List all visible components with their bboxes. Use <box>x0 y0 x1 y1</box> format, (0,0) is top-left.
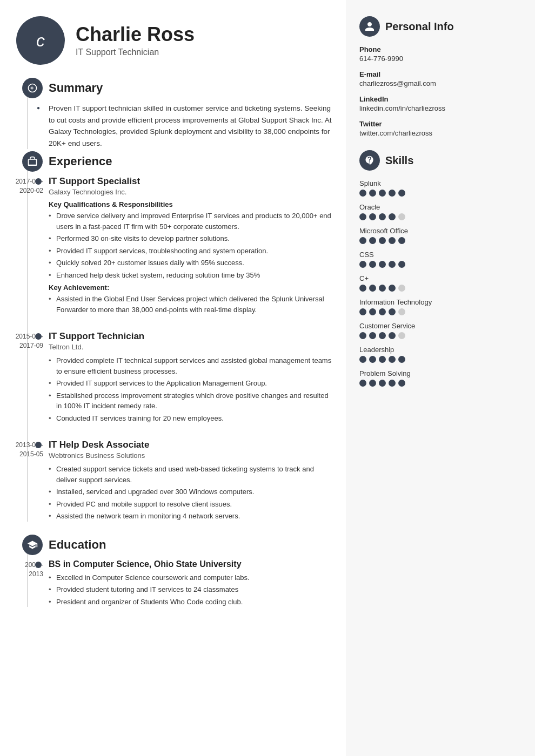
education-title: Education <box>49 538 106 552</box>
skill-dot <box>369 237 376 244</box>
list-item: Conducted IT services training for 20 ne… <box>49 413 335 424</box>
pi-linkedin-label: LinkedIn <box>359 95 521 103</box>
skill-row-4: C+ <box>359 274 521 292</box>
skill-dot <box>398 308 405 315</box>
skill-dot <box>389 285 396 292</box>
header-text: Charlie Ross IT Support Technician <box>76 24 195 57</box>
skill-name-7: Leadership <box>359 346 521 354</box>
graduation-icon <box>27 539 38 550</box>
skill-name-6: Customer Service <box>359 322 521 330</box>
pi-phone: Phone 614-776-9990 <box>359 45 521 63</box>
education-section: Education 2009 -2013 BS in Computer Scie… <box>16 538 335 608</box>
skill-dot <box>359 213 366 220</box>
summary-section: Summary Proven IT support technician ski… <box>16 81 335 149</box>
skill-dots-2 <box>359 237 521 244</box>
pi-email: E-mail charliezross@gmail.com <box>359 70 521 87</box>
skill-dot <box>398 285 405 292</box>
skill-dot <box>389 380 396 387</box>
exp-company-2: Teltron Ltd. <box>49 343 335 351</box>
skill-dot <box>369 380 376 387</box>
list-item: Performed 30 on-site visits to develop p… <box>49 233 335 244</box>
list-item: Excelled in Computer Science coursework … <box>49 572 335 583</box>
skills-svg-icon <box>364 155 375 166</box>
exp-company-1: Galaxy Technologies Inc. <box>49 188 335 196</box>
skill-dots-3 <box>359 261 521 268</box>
skill-row-0: Splunk <box>359 179 521 197</box>
exp-entry-1: 2017-07 -2020-02 IT Support Specialist G… <box>49 176 335 315</box>
skill-dots-5 <box>359 308 521 315</box>
skill-dot <box>389 237 396 244</box>
skill-dot <box>389 356 396 363</box>
list-item: President and organizer of Students Who … <box>49 597 335 608</box>
skill-dots-8 <box>359 380 521 387</box>
skill-dots-4 <box>359 285 521 292</box>
experience-icon <box>22 151 43 172</box>
exp-bullets-1a: Drove service delivery and improved Ente… <box>49 211 335 280</box>
pi-linkedin-value: linkedin.com/in/charliezross <box>359 104 521 112</box>
skill-name-5: Information Technology <box>359 298 521 306</box>
exp-title-1: IT Support Specialist <box>49 176 335 187</box>
summary-text: Proven IT support technician skilled in … <box>49 103 335 149</box>
summary-title: Summary <box>49 81 103 95</box>
skill-dot <box>369 213 376 220</box>
list-item: Established process improvement strategi… <box>49 390 335 411</box>
skill-dot <box>359 237 366 244</box>
exp-title-2: IT Support Technician <box>49 331 335 342</box>
skill-row-8: Problem Solving <box>359 369 521 387</box>
exp-title-3: IT Help Desk Associate <box>49 440 335 450</box>
skill-dot <box>379 237 386 244</box>
exp-subheader-1b: Key Achievement: <box>49 284 335 292</box>
right-column: Personal Info Phone 614-776-9990 E-mail … <box>346 0 535 756</box>
pi-email-value: charliezross@gmail.com <box>359 79 521 87</box>
experience-title: Experience <box>49 154 112 168</box>
skill-row-6: Customer Service <box>359 322 521 339</box>
edu-title-1: BS in Computer Science, Ohio State Unive… <box>49 559 335 569</box>
avatar: c <box>16 16 65 65</box>
skill-dot <box>359 356 366 363</box>
exp-entry-3: 2013-06 -2015-05 IT Help Desk Associate … <box>49 440 335 522</box>
skill-dot <box>369 285 376 292</box>
education-icon <box>22 535 43 555</box>
skill-name-2: Microsoft Office <box>359 227 521 235</box>
education-header: Education <box>49 538 335 552</box>
resume-wrapper: c Charlie Ross IT Support Technician Sum… <box>0 0 535 756</box>
personal-info-header: Personal Info <box>359 16 521 37</box>
skill-dot <box>398 261 405 268</box>
list-item: Assisted the network team in monitoring … <box>49 511 335 522</box>
list-item: Provided IT support services, troublesho… <box>49 246 335 256</box>
skill-row-2: Microsoft Office <box>359 227 521 244</box>
personal-info-title: Personal Info <box>385 21 454 33</box>
skill-dots-0 <box>359 190 521 197</box>
list-item: Assisted in the Global End User Services… <box>49 294 335 315</box>
skill-dot <box>389 213 396 220</box>
skill-dot <box>359 261 366 268</box>
skills-header: Skills <box>359 150 521 171</box>
personal-info-items: Phone 614-776-9990 E-mail charliezross@g… <box>359 45 521 137</box>
skill-dot <box>359 308 366 315</box>
skill-name-1: Oracle <box>359 203 521 211</box>
skill-name-0: Splunk <box>359 179 521 187</box>
skill-dot <box>398 332 405 339</box>
skill-dot <box>379 356 386 363</box>
left-column: c Charlie Ross IT Support Technician Sum… <box>0 0 346 756</box>
exp-subheader-1a: Key Qualifications & Responsibilities <box>49 200 335 208</box>
skill-dot <box>369 190 376 197</box>
header: c Charlie Ross IT Support Technician <box>16 16 335 65</box>
skill-dot <box>398 190 405 197</box>
skill-dot <box>398 237 405 244</box>
pi-twitter: Twitter twitter.com/charliezross <box>359 120 521 137</box>
summary-icon <box>22 78 43 98</box>
list-item: Provided IT support services to the Appl… <box>49 378 335 389</box>
exp-company-3: Webtronics Business Solutions <box>49 451 335 460</box>
skill-row-7: Leadership <box>359 346 521 363</box>
skill-dot <box>369 261 376 268</box>
skill-dot <box>379 308 386 315</box>
exp-bullets-1b: Assisted in the Global End User Services… <box>49 294 335 315</box>
list-item: Drove service delivery and improved Ente… <box>49 211 335 232</box>
skills-list: SplunkOracleMicrosoft OfficeCSSC+Informa… <box>359 179 521 387</box>
experience-header: Experience <box>49 154 335 168</box>
exp-bullets-3: Created support service tickets and used… <box>49 464 335 522</box>
skill-dots-6 <box>359 332 521 339</box>
skill-row-5: Information Technology <box>359 298 521 315</box>
skill-dot <box>398 380 405 387</box>
